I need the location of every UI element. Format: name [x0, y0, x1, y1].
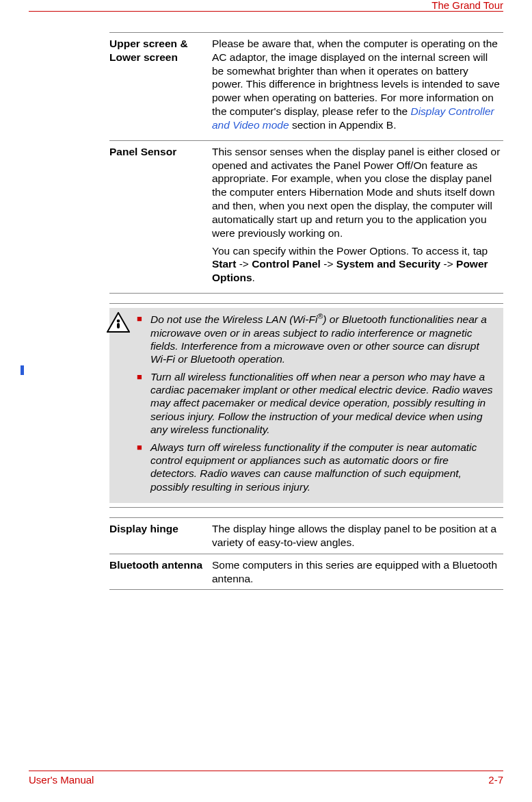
table-row: Display hinge The display hinge allows t…: [109, 518, 503, 554]
desc-display-hinge: The display hinge allows the display pan…: [212, 518, 503, 554]
desc-paragraph: You can specify within the Power Options…: [212, 244, 501, 285]
desc-panel-sensor: This sensor senses when the display pane…: [212, 140, 503, 293]
desc-text: section in Appendix B.: [289, 119, 397, 131]
term-bluetooth-antenna: Bluetooth antenna: [109, 554, 212, 590]
footer-manual-label: User's Manual: [29, 774, 94, 786]
table-row: Upper screen & Lower screen Please be aw…: [109, 33, 503, 141]
definition-table-1: Upper screen & Lower screen Please be aw…: [109, 32, 503, 294]
caution-list: Do not use the Wireless LAN (Wi-Fi®) or …: [137, 312, 498, 493]
section-title: The Grand Tour: [431, 0, 503, 11]
desc-bluetooth-antenna: Some computers in this series are equipp…: [212, 554, 503, 590]
list-item: Do not use the Wireless LAN (Wi-Fi®) or …: [137, 312, 498, 366]
change-bar: [21, 365, 24, 375]
definition-table-2: Display hinge The display hinge allows t…: [109, 517, 503, 590]
term-display-hinge: Display hinge: [109, 518, 212, 554]
caution-block: Do not use the Wireless LAN (Wi-Fi®) or …: [109, 303, 503, 508]
page-footer: User's Manual 2-7: [29, 771, 503, 786]
ui-path-start: Start: [212, 258, 236, 270]
desc-upper-lower-screen: Please be aware that, when the computer …: [212, 33, 503, 141]
desc-paragraph: This sensor senses when the display pane…: [212, 145, 501, 240]
ui-path-control-panel: Control Panel: [252, 258, 321, 270]
footer-page-number: 2-7: [488, 774, 503, 786]
caution-icon: [107, 312, 130, 333]
list-item: Turn all wireless functionalities off wh…: [137, 370, 498, 437]
table-row: Bluetooth antenna Some computers in this…: [109, 554, 503, 590]
list-item: Always turn off wireless functionality i…: [137, 441, 498, 494]
term-panel-sensor: Panel Sensor: [109, 140, 212, 293]
page-header: The Grand Tour: [29, 11, 503, 12]
svg-rect-2: [117, 323, 120, 328]
table-row: Panel Sensor This sensor senses when the…: [109, 140, 503, 293]
svg-point-1: [117, 320, 120, 323]
ui-path-system-security: System and Security: [336, 258, 440, 270]
term-upper-lower-screen: Upper screen & Lower screen: [109, 33, 212, 141]
